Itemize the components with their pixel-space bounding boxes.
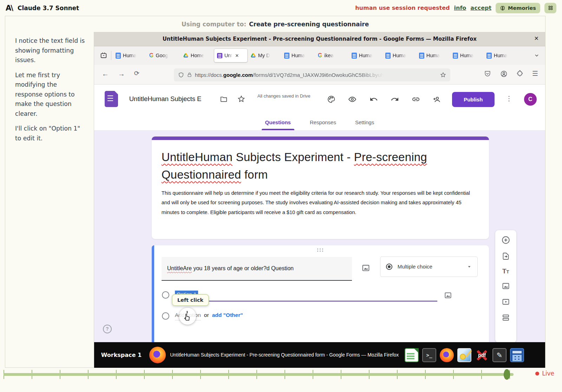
accept-link[interactable]: accept (470, 5, 491, 11)
question-type-label: Multiple choice (398, 264, 432, 270)
window-close-button[interactable]: ✕ (534, 35, 539, 42)
add-title-icon[interactable]: TT (502, 268, 509, 274)
add-video-icon[interactable] (502, 298, 510, 306)
forms-side-toolbar: TT (495, 230, 516, 342)
tab-responses[interactable]: Responses (308, 114, 338, 130)
extensions-icon[interactable] (516, 70, 523, 77)
divider (111, 51, 111, 60)
browser-tab-8[interactable]: Huma (349, 48, 383, 62)
account-avatar[interactable]: C (524, 93, 537, 106)
timeline-bar (4, 373, 514, 376)
timeline-track[interactable] (4, 370, 514, 379)
forward-icon[interactable]: → (118, 70, 125, 77)
workspace-label[interactable]: Workspace 1 (101, 352, 142, 358)
terminal-icon[interactable]: >_ (422, 348, 436, 362)
add-section-icon[interactable] (502, 313, 510, 322)
help-button[interactable]: ? (103, 325, 112, 333)
hamburger-menu-icon[interactable]: ☰ (532, 70, 538, 77)
forms-header: UntitleHuman Subjects E All changes save… (94, 85, 545, 114)
firefox-icon[interactable] (149, 347, 166, 363)
chevron-down-icon (467, 264, 472, 269)
tab-questions[interactable]: Questions (264, 114, 292, 130)
tab-close-icon[interactable]: ✕ (235, 53, 239, 58)
form-title-text[interactable]: UntitleHuman Subjects Experiment - Pre-s… (152, 140, 489, 184)
info-link[interactable]: info (454, 5, 466, 11)
chevron-down-icon[interactable] (534, 53, 540, 58)
redo-icon[interactable] (391, 95, 399, 104)
add-option-radio[interactable] (162, 312, 169, 320)
publish-button[interactable]: Publish (452, 92, 495, 107)
forms-icon (217, 53, 222, 58)
pdf-viewer-icon[interactable]: pdf (475, 348, 489, 362)
form-description[interactable]: This questionnaire will help us determin… (152, 184, 489, 217)
browser-tab-3[interactable]: Home (180, 48, 214, 62)
question-card[interactable]: UntitleAre you 18 years of age or older?… (152, 245, 489, 342)
account-icon[interactable] (500, 70, 508, 78)
link-icon[interactable] (412, 95, 420, 104)
pocket-icon[interactable] (484, 70, 491, 77)
docs-icon (453, 53, 458, 59)
add-image-tool-icon[interactable] (502, 282, 510, 290)
shield-icon (178, 72, 184, 78)
url-text: https://docs.google.com/forms/d/1VQ7d2ma… (195, 72, 384, 78)
browser-tab-11[interactable]: Huma (450, 48, 484, 62)
option1-radio[interactable] (162, 291, 169, 299)
tab-list-icon[interactable] (100, 52, 107, 59)
add-other-link[interactable]: add "Other" (212, 312, 243, 318)
browser-tab-9[interactable]: Huma (383, 48, 416, 62)
option-image-icon[interactable] (444, 291, 452, 299)
form-document-title[interactable]: UntitleHuman Subjects E (129, 95, 219, 103)
preview-eye-icon[interactable] (348, 95, 357, 104)
session-frame: Using computer to: Create pre-screening … (5, 16, 545, 368)
memories-button[interactable]: Memories (496, 3, 540, 13)
grid-menu-button[interactable] (544, 3, 556, 13)
add-image-icon[interactable] (361, 264, 370, 272)
browser-tab-10[interactable]: Huma (416, 48, 450, 62)
claude-top-bar: A\ Claude 3.7 Sonnet human use session r… (0, 0, 562, 16)
google-forms-logo-icon[interactable] (105, 91, 118, 107)
hand-cursor-icon (183, 311, 192, 321)
question-type-select[interactable]: Multiple choice (380, 257, 478, 277)
add-collaborators-icon[interactable] (433, 95, 441, 104)
browser-tab-6[interactable]: Huma (281, 48, 315, 62)
back-icon[interactable]: ← (102, 70, 109, 77)
theme-palette-icon[interactable] (327, 95, 335, 104)
timeline-scrubber[interactable] (504, 369, 510, 380)
move-folder-icon[interactable] (220, 95, 228, 103)
task-prefix: Using computer to: (182, 21, 246, 28)
question-text-input[interactable]: UntitleAre you 18 years of age or older?… (162, 257, 352, 281)
firefox-titlebar[interactable]: UntitleHuman Subjects Experiment - Pre-s… (94, 32, 545, 46)
thought-paragraph: I notice the text field is showing forma… (15, 36, 85, 65)
form-title-card[interactable]: UntitleHuman Subjects Experiment - Pre-s… (152, 137, 489, 239)
undo-icon[interactable] (370, 95, 378, 104)
more-options-icon[interactable]: ⋮ (506, 94, 512, 102)
drag-handle-icon[interactable] (317, 248, 324, 252)
browser-tab-2[interactable]: GGoog (146, 48, 180, 62)
taskbar-window-title[interactable]: UntitleHuman Subjects Experiment - Pre-s… (170, 352, 402, 358)
star-icon[interactable] (237, 95, 245, 103)
browser-tab-active[interactable]: Unt✕ (214, 48, 248, 62)
reload-icon[interactable]: ⟳ (134, 70, 139, 77)
tab-settings[interactable]: Settings (354, 114, 375, 130)
browser-tab-5[interactable]: My D (248, 48, 281, 62)
bookmark-star-icon[interactable] (440, 72, 446, 78)
import-questions-icon[interactable] (502, 252, 510, 260)
google-icon: G (318, 52, 322, 59)
brain-icon (500, 5, 505, 11)
libreoffice-calc-icon[interactable] (405, 348, 419, 362)
grid-icon (548, 5, 553, 11)
top-right-cluster: human use session requested info accept … (355, 3, 556, 13)
virtual-screen: UntitleHuman Subjects Experiment - Pre-s… (94, 32, 545, 368)
image-viewer-icon[interactable] (457, 348, 471, 362)
save-status: All changes saved in Drive (257, 93, 312, 100)
browser-tab-12[interactable]: Huma (484, 48, 517, 62)
window-title: UntitleHuman Subjects Experiment - Pre-s… (163, 36, 477, 42)
text-editor-icon[interactable]: ✎ (492, 348, 507, 362)
browser-tab-7[interactable]: Gikea (315, 48, 349, 62)
firefox-app-icon[interactable] (440, 348, 454, 362)
calculator-icon[interactable] (510, 348, 524, 362)
browser-tab-1[interactable]: Huma (113, 48, 146, 62)
multiple-choice-icon (386, 264, 392, 270)
add-question-icon[interactable] (501, 235, 510, 245)
url-bar[interactable]: https://docs.google.com/forms/d/1VQ7d2ma… (174, 68, 450, 81)
